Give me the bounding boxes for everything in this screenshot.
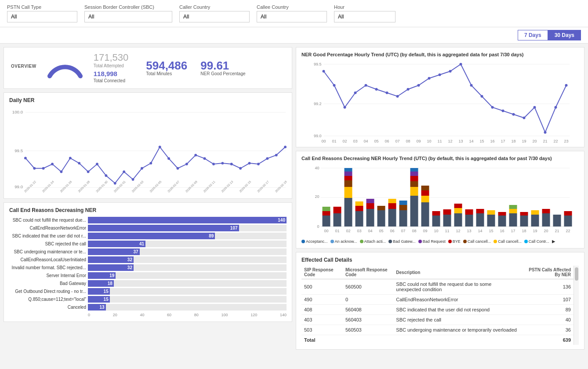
svg-rect-118 [345,180,352,187]
sbc-filter-select[interactable]: All [84,11,172,22]
svg-point-22 [167,157,170,160]
svg-point-59 [344,106,346,109]
svg-rect-145 [421,186,429,190]
svg-text:99.0: 99.0 [314,134,322,138]
table-row: 500 560500 SBC could not fulfill the req… [301,279,579,295]
svg-point-60 [354,91,357,94]
effected-call-details-panel: Effected Call Details SIP Response Code … [296,252,584,350]
svg-text:2020-02-15: 2020-02-15 [239,180,252,193]
table-row: 503 560503 SBC undergoing maintenance or… [301,325,579,335]
svg-rect-139 [410,176,418,181]
svg-rect-158 [487,210,495,215]
svg-point-31 [248,162,251,164]
svg-point-79 [555,106,557,109]
ms-code: 560403 [343,315,393,325]
ms-code: 560408 [343,305,393,315]
svg-point-6 [24,157,27,160]
call-end-reasons-hourly-panel: Call End Reasons Decreasing NER Hourly T… [296,151,584,248]
count: 89 [520,305,573,315]
svg-text:02: 02 [342,139,347,142]
sip-code: 490 [301,295,343,305]
hbar-row-12: Canceled 13 [9,304,287,311]
sip-code: 500 [301,279,343,295]
hour-filter-label: Hour [334,4,396,10]
svg-text:10: 10 [427,139,431,142]
svg-rect-119 [345,176,352,180]
svg-text:05: 05 [374,139,378,142]
svg-point-34 [275,154,278,157]
col-count: PSTN Calls Affected By NER [520,266,573,279]
svg-text:22: 22 [566,229,570,233]
svg-rect-165 [520,212,528,216]
svg-point-61 [365,84,367,87]
ner-hourly-title: NER Good Percentage Hourly Trend (UTC) (… [301,52,579,57]
legend-more-icon[interactable]: ▶ [552,239,555,244]
svg-text:0: 0 [317,224,319,229]
30days-button[interactable]: 30 Days [548,30,581,40]
svg-point-12 [78,162,80,164]
callee-filter-select[interactable]: All [257,11,327,22]
overview-title: OVERVIEW [11,64,36,72]
total-value: 639 [520,335,573,345]
scroll-indicator[interactable] [573,266,579,345]
hbar-row-3: SBC indicated that the user did not r...… [9,233,287,239]
svg-point-18 [132,178,134,181]
desc: SBC rejected the call [393,315,520,325]
svg-point-74 [502,110,505,112]
caller-filter-select[interactable]: All [179,11,250,22]
svg-point-16 [114,182,116,185]
desc: SBC indicated that the user did not resp… [393,305,520,315]
svg-point-57 [323,70,325,73]
svg-rect-116 [345,198,352,227]
overview-stats-group: 171,530 Total Attempted 118,998 Total Co… [94,53,129,83]
ner-value: 99.61 [200,60,245,71]
stacked-bar-legend: Acceptanc... An acknow... Attach acti...… [301,239,579,244]
svg-rect-167 [531,210,539,215]
caller-filter-label: Caller Country [179,4,250,10]
svg-text:2020-02-19: 2020-02-19 [274,180,287,193]
svg-text:20: 20 [544,229,548,233]
svg-point-30 [239,167,242,170]
svg-rect-132 [388,199,396,203]
svg-text:2020-02-09: 2020-02-09 [185,180,198,193]
callee-filter-group: Callee Country All [257,4,327,22]
svg-rect-148 [443,215,451,227]
svg-text:00: 00 [324,229,328,233]
hour-filter-select[interactable]: All [334,11,396,22]
svg-point-68 [439,73,441,76]
ms-code: 0 [343,295,393,305]
svg-text:08: 08 [406,139,410,142]
svg-text:40: 40 [315,166,319,170]
svg-text:20: 20 [532,139,537,142]
svg-point-35 [284,146,287,148]
overview-big-stats: 594,486 Total Minutes 99.61 NER Good Per… [146,60,245,76]
svg-text:21: 21 [555,229,559,233]
svg-text:2020-02-05: 2020-02-05 [149,180,162,193]
total-label: Total [301,335,343,345]
svg-point-27 [212,163,215,165]
svg-text:16: 16 [490,139,494,142]
svg-rect-123 [356,206,363,211]
hbar-row-9: Bad Gateway 18 [9,280,287,287]
svg-rect-149 [443,209,451,215]
daily-ner-panel: Daily NER 100.0 99.5 99.0 [4,92,292,199]
overview-panel: OVERVIEW 171,530 Total Attempted 118,998… [4,47,292,89]
hbar-row-8: Server Internal Error 19 [9,272,287,279]
svg-point-33 [266,157,269,160]
svg-rect-131 [388,203,396,209]
daily-ner-title: Daily NER [9,97,287,103]
svg-text:21: 21 [543,139,547,142]
svg-text:04: 04 [368,229,372,233]
ner-label: NER Good Percentage [200,71,245,76]
svg-text:12: 12 [448,139,452,142]
svg-point-23 [177,167,179,170]
sip-code: 503 [301,325,343,335]
svg-rect-125 [367,209,374,227]
svg-point-64 [396,95,399,98]
svg-text:06: 06 [390,229,394,233]
pstn-filter-select[interactable]: All [7,11,77,22]
svg-text:2020-01-22: 2020-01-22 [24,180,37,193]
7days-button[interactable]: 7 Days [518,30,548,40]
svg-text:2020-02-03: 2020-02-03 [131,180,144,193]
svg-text:2020-02-11: 2020-02-11 [203,180,216,193]
